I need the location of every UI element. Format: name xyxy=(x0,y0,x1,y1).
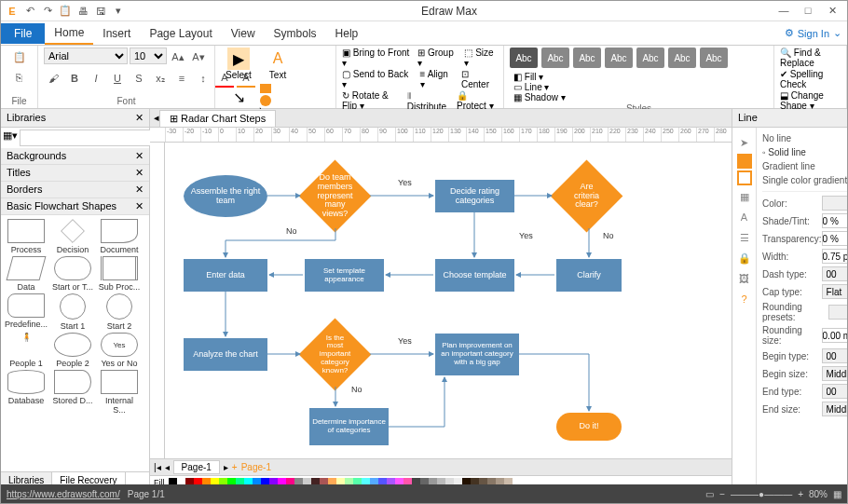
shape-start2[interactable]: Start 2 xyxy=(98,293,141,331)
line-button[interactable]: ▭ Line ▾ xyxy=(513,82,566,92)
canvas[interactable]: Assemble the right team Do team members … xyxy=(165,143,732,458)
node-enter-data[interactable]: Enter data xyxy=(184,259,267,292)
section-close-icon[interactable]: ✕ xyxy=(135,150,144,162)
panel-image-icon[interactable]: 🖼 xyxy=(735,269,754,288)
transparency-input[interactable] xyxy=(822,231,848,246)
document-tab[interactable]: ⊞ Radar Chart Steps xyxy=(159,110,276,127)
node-decide-categories[interactable]: Decide rating categories xyxy=(435,180,514,212)
subscript-icon[interactable]: x₂ xyxy=(151,69,170,88)
node-criteria-clear[interactable]: Are criteria clear? xyxy=(561,170,612,222)
section-titles[interactable]: Titles xyxy=(7,167,31,179)
size-button[interactable]: ⬚ Size ▾ xyxy=(464,48,498,68)
sign-in-link[interactable]: Sign In xyxy=(798,28,829,39)
node-assemble-team[interactable]: Assemble the right team xyxy=(184,175,267,217)
shape-predefined[interactable]: Predefine... xyxy=(5,293,48,331)
shape-people2[interactable]: People 2 xyxy=(51,333,94,368)
line-spacing-icon[interactable]: ↕ xyxy=(194,69,212,88)
italic-button[interactable]: I xyxy=(87,69,105,88)
shape-stored-data[interactable]: Stored D... xyxy=(51,370,94,415)
paste-icon[interactable]: 📋 xyxy=(10,48,29,66)
panel-lock-icon[interactable]: 🔒 xyxy=(735,249,754,267)
width-input[interactable] xyxy=(822,249,848,264)
maximize-button[interactable]: □ xyxy=(797,5,819,17)
node-clarify[interactable]: Clarify xyxy=(556,259,622,292)
decrease-font-icon[interactable]: A▾ xyxy=(189,48,208,66)
undo-icon[interactable]: ↶ xyxy=(22,4,37,19)
rounding-presets-select[interactable] xyxy=(828,305,848,320)
increase-font-icon[interactable]: A▴ xyxy=(169,48,187,66)
shape-yesno[interactable]: YesYes or No xyxy=(98,333,141,368)
style-preset-7[interactable]: Abc xyxy=(700,48,728,68)
bold-button[interactable]: B xyxy=(65,69,84,88)
shape-data[interactable]: Data xyxy=(5,256,48,292)
status-url[interactable]: https://www.edrawsoft.com/ xyxy=(7,489,120,499)
node-important-known[interactable]: Is the most important category known? xyxy=(309,329,361,380)
shape-start1[interactable]: Start 1 xyxy=(51,293,94,331)
shape-circle-icon[interactable] xyxy=(260,95,271,106)
libraries-close-icon[interactable]: ✕ xyxy=(135,112,144,124)
panel-line-icon[interactable] xyxy=(737,170,752,185)
node-plan-improvement[interactable]: Plan improvement on an important categor… xyxy=(435,334,519,375)
page-tab-1[interactable]: Page-1 xyxy=(173,460,220,474)
library-search-input[interactable] xyxy=(20,129,156,146)
shape-subprocess[interactable]: Sub Proc... xyxy=(98,256,141,292)
color-select[interactable] xyxy=(822,196,848,211)
opt-gradient-line[interactable]: Gradient line xyxy=(762,159,848,173)
tab-insert[interactable]: Insert xyxy=(93,23,140,44)
style-preset-1[interactable]: Abc xyxy=(510,48,538,68)
shape-internal-storage[interactable]: Internal S... xyxy=(98,370,141,415)
section-close-icon[interactable]: ✕ xyxy=(135,200,144,212)
tab-view[interactable]: View xyxy=(222,23,265,44)
find-replace-button[interactable]: 🔍 Find & Replace xyxy=(780,48,841,68)
font-name-select[interactable]: Arial xyxy=(44,48,128,64)
opt-solid-line[interactable]: ◦ Solid line xyxy=(762,145,848,159)
select-tool[interactable]: ▶Select xyxy=(221,48,256,80)
underline-button[interactable]: U xyxy=(108,69,127,88)
text-tool[interactable]: AText xyxy=(260,48,295,80)
panel-help-icon[interactable]: ? xyxy=(735,290,754,308)
shape-decision[interactable]: Decision xyxy=(51,219,94,254)
page-next-icon[interactable]: ▸ xyxy=(224,462,228,472)
panel-layer-icon[interactable]: ☰ xyxy=(735,228,754,247)
panel-text-icon[interactable]: A xyxy=(735,208,754,226)
copy-icon[interactable]: ⎘ xyxy=(10,68,29,87)
shape-document[interactable]: Document xyxy=(98,219,141,254)
strike-button[interactable]: S xyxy=(130,69,148,88)
section-close-icon[interactable]: ✕ xyxy=(135,184,144,196)
close-button[interactable]: ✕ xyxy=(821,5,843,17)
shadow-button[interactable]: ▦ Shadow ▾ xyxy=(513,92,566,102)
zoom-in-icon[interactable]: + xyxy=(798,489,803,499)
style-preset-6[interactable]: Abc xyxy=(668,48,696,68)
dash-select[interactable]: 00 xyxy=(822,266,848,281)
shape-start-terminator[interactable]: Start or T... xyxy=(51,256,94,292)
tab-symbols[interactable]: Symbols xyxy=(265,23,326,44)
node-team-views[interactable]: Do team members represent many views? xyxy=(309,170,361,222)
tab-page-layout[interactable]: Page Layout xyxy=(140,23,221,44)
send-back-button[interactable]: ▢ Send to Back ▾ xyxy=(342,69,413,89)
view-mode-icon[interactable]: ▦ xyxy=(833,489,841,499)
panel-fill-icon[interactable] xyxy=(737,154,752,169)
fullscreen-icon[interactable]: ▭ xyxy=(705,489,714,499)
rounding-size-input[interactable] xyxy=(822,328,848,343)
change-shape-button[interactable]: ⬓ Change Shape ▾ xyxy=(780,90,841,111)
zoom-slider[interactable]: ———●——— xyxy=(731,489,792,499)
panel-arrow-icon[interactable]: ➤ xyxy=(735,133,754,152)
redo-icon[interactable]: ↷ xyxy=(40,4,55,19)
section-borders[interactable]: Borders xyxy=(7,184,43,196)
page-first-icon[interactable]: |◂ xyxy=(154,462,161,472)
save-icon[interactable]: 🖫 xyxy=(93,4,108,19)
zoom-out-icon[interactable]: − xyxy=(719,489,725,499)
node-analyze-chart[interactable]: Analyze the chart xyxy=(184,338,267,371)
end-size-select[interactable]: Middle xyxy=(822,402,848,416)
node-determine-importance[interactable]: Determine importance of categories xyxy=(309,408,389,445)
node-choose-template[interactable]: Choose template xyxy=(435,259,514,292)
begin-type-select[interactable]: 00 xyxy=(822,348,848,363)
section-flowchart[interactable]: Basic Flowchart Shapes xyxy=(7,200,116,212)
qat-more-icon[interactable]: ▾ xyxy=(111,4,126,19)
page-prev-icon[interactable]: ◂ xyxy=(165,462,170,472)
collapse-ribbon-icon[interactable]: ⌄ xyxy=(833,27,841,39)
add-page-icon[interactable]: + xyxy=(232,462,238,472)
style-preset-2[interactable]: Abc xyxy=(541,48,569,68)
tab-home[interactable]: Home xyxy=(45,22,93,45)
shape-database[interactable]: Database xyxy=(5,370,48,415)
